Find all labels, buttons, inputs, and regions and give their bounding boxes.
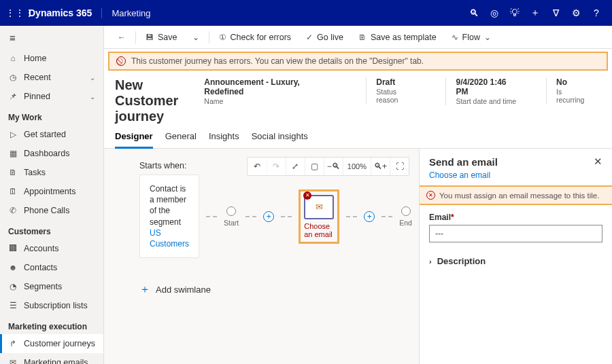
assistant-icon[interactable]: 💡︎ xyxy=(505,7,525,18)
plus-icon: ＋ xyxy=(139,283,150,297)
undo-button[interactable]: ↶ xyxy=(248,158,267,175)
sidebar-item-home[interactable]: ⌂Home xyxy=(0,49,103,68)
add-icon[interactable]: ＋ xyxy=(525,7,545,19)
sidebar-item-phone-calls[interactable]: ✆Phone Calls xyxy=(0,201,103,220)
search-icon[interactable]: 🔍︎ xyxy=(464,7,484,18)
global-nav: ⋮⋮⋮ Dynamics 365 Marketing 🔍︎ ◎ 💡︎ ＋ ∇ ⚙… xyxy=(0,0,612,26)
close-panel-button[interactable]: ✕ xyxy=(594,156,602,168)
record-header: New Customer journey Announcement - Luxu… xyxy=(104,71,612,124)
clipboard-icon: 🗎 xyxy=(8,168,18,177)
chevron-right-icon: › xyxy=(429,257,432,266)
golive-icon: ✓ xyxy=(306,33,313,42)
fullscreen-button[interactable]: ⛶ xyxy=(390,158,409,175)
zoom-out-button[interactable]: −🔍︎ xyxy=(324,158,343,175)
tabs: Designer General Insights Social insight… xyxy=(104,124,612,149)
tab-designer[interactable]: Designer xyxy=(115,131,153,149)
button-label: Save as template xyxy=(371,33,437,42)
minimap-button[interactable]: ▢ xyxy=(305,158,324,175)
sidebar-item-label: Tasks xyxy=(24,168,46,177)
go-live-button[interactable]: ✓Go live xyxy=(299,30,350,45)
sidebar-group-mywork: My Work xyxy=(0,109,103,125)
save-options-button[interactable]: ⌄ xyxy=(186,30,206,45)
email-tile[interactable]: ✕ ✉ Choose an email xyxy=(299,189,339,244)
button-label: Go live xyxy=(317,33,343,42)
app-launcher-icon[interactable]: ⋮⋮⋮ xyxy=(5,7,22,18)
start-node: Start xyxy=(224,206,239,227)
sidebar-item-label: Customer journeys xyxy=(24,339,95,348)
sidebar-item-get-started[interactable]: ▷Get started xyxy=(0,125,103,144)
envelope-icon: ✉ xyxy=(316,202,323,212)
sidebar-item-pinned[interactable]: 📌︎Pinned⌄ xyxy=(0,87,103,106)
add-node-button[interactable]: + xyxy=(263,211,274,222)
check-errors-button[interactable]: ①Check for errors xyxy=(212,30,299,45)
email-tile-label: Choose an email xyxy=(304,222,334,238)
task-icon[interactable]: ◎ xyxy=(484,7,505,18)
sidebar-item-dashboards[interactable]: ▦Dashboards xyxy=(0,144,103,163)
pin-icon: 📌︎ xyxy=(8,92,18,101)
choose-email-link[interactable]: Choose an email xyxy=(420,170,612,185)
sidebar-item-label: Subscription lists xyxy=(24,301,88,310)
canvas-toolbar: ↶ ↷ ⤢ ▢ −🔍︎ 100% 🔍︎+ ⛶ xyxy=(247,157,409,176)
required-asterisk: * xyxy=(451,213,454,222)
segment-link[interactable]: US Customers xyxy=(150,228,189,249)
error-icon: ⃠ xyxy=(116,56,126,66)
sidebar-item-accounts[interactable]: 🏢︎Accounts xyxy=(0,239,103,258)
sidebar-item-recent[interactable]: ◷Recent⌄ xyxy=(0,68,103,87)
tab-general[interactable]: General xyxy=(165,131,197,148)
settings-icon[interactable]: ⚙ xyxy=(566,7,586,18)
sidebar-item-customer-journeys[interactable]: ↱Customer journeys xyxy=(0,334,103,353)
error-icon: ✕ xyxy=(426,191,435,200)
play-icon: ▷ xyxy=(8,130,18,139)
brand-label: Dynamics 365 xyxy=(29,7,92,18)
sidebar-item-tasks[interactable]: 🗎Tasks xyxy=(0,163,103,182)
button-label: Save xyxy=(158,33,177,42)
hamburger-icon[interactable]: ≡ xyxy=(0,26,103,49)
sidebar-item-subscription-lists[interactable]: ☰Subscription lists xyxy=(0,296,103,315)
redo-button[interactable]: ↷ xyxy=(267,158,286,175)
header-field-start: 9/4/2020 1:46 PMStart date and time xyxy=(445,77,530,105)
designer-canvas[interactable]: ↶ ↷ ⤢ ▢ −🔍︎ 100% 🔍︎+ ⛶ Starts when: Cont… xyxy=(104,149,419,364)
sidebar-item-label: Appointments xyxy=(24,187,75,196)
tab-social-insights[interactable]: Social insights xyxy=(252,131,308,148)
sidebar-item-segments[interactable]: ◔Segments xyxy=(0,277,103,296)
sidebar-item-appointments[interactable]: 🗓︎Appointments xyxy=(0,182,103,201)
save-button[interactable]: 💾︎Save xyxy=(139,30,184,45)
main-area: ← 💾︎Save ⌄ ①Check for errors ✓Go live 🗎S… xyxy=(104,26,612,364)
description-accordion[interactable]: › Description xyxy=(420,251,612,272)
home-icon: ⌂ xyxy=(8,54,18,63)
header-field-value: No xyxy=(556,77,592,87)
accordion-label: Description xyxy=(437,256,486,266)
filter-icon[interactable]: ∇ xyxy=(545,7,566,18)
envelope-icon: ✉ xyxy=(8,358,18,364)
add-swimlane-button[interactable]: ＋ Add swimlane xyxy=(139,283,408,297)
header-field-recurring: NoIs recurring xyxy=(546,77,601,104)
email-field: Email* --- xyxy=(420,212,612,251)
save-icon: 💾︎ xyxy=(146,33,154,42)
fit-button[interactable]: ⤢ xyxy=(286,158,305,175)
zoom-level[interactable]: 100% xyxy=(343,158,371,175)
email-lookup-input[interactable]: --- xyxy=(429,225,602,242)
sidebar-item-label: Contacts xyxy=(24,263,57,272)
zoom-in-button[interactable]: 🔍︎+ xyxy=(371,158,390,175)
header-field-value: Draft xyxy=(376,77,420,87)
list-icon: ☰ xyxy=(8,301,18,310)
phone-icon: ✆ xyxy=(8,206,18,215)
template-icon: 🗎 xyxy=(358,33,367,42)
sidebar-item-label: Pinned xyxy=(24,92,50,101)
audience-tile[interactable]: Contact is a member of the segment US Cu… xyxy=(139,175,199,258)
error-banner-text: This customer journey has errors. You ca… xyxy=(131,56,424,66)
segment-icon: ◔ xyxy=(8,282,18,291)
email-field-value: --- xyxy=(435,229,443,238)
arrow-left-icon: ← xyxy=(118,33,126,42)
sidebar-item-contacts[interactable]: ☻Contacts xyxy=(0,258,103,277)
area-label[interactable]: Marketing xyxy=(101,8,150,18)
sidebar-group-marketing-execution: Marketing execution xyxy=(0,318,103,334)
save-as-template-button[interactable]: 🗎Save as template xyxy=(352,30,443,45)
help-icon[interactable]: ? xyxy=(586,7,607,18)
swimlane: Contact is a member of the segment US Cu… xyxy=(139,175,408,258)
add-node-button[interactable]: + xyxy=(364,211,375,222)
flow-button[interactable]: ∿Flow ⌄ xyxy=(445,30,498,45)
tab-insights[interactable]: Insights xyxy=(209,131,239,148)
sidebar-item-marketing-emails[interactable]: ✉Marketing emails xyxy=(0,353,103,364)
back-button[interactable]: ← xyxy=(111,30,133,45)
